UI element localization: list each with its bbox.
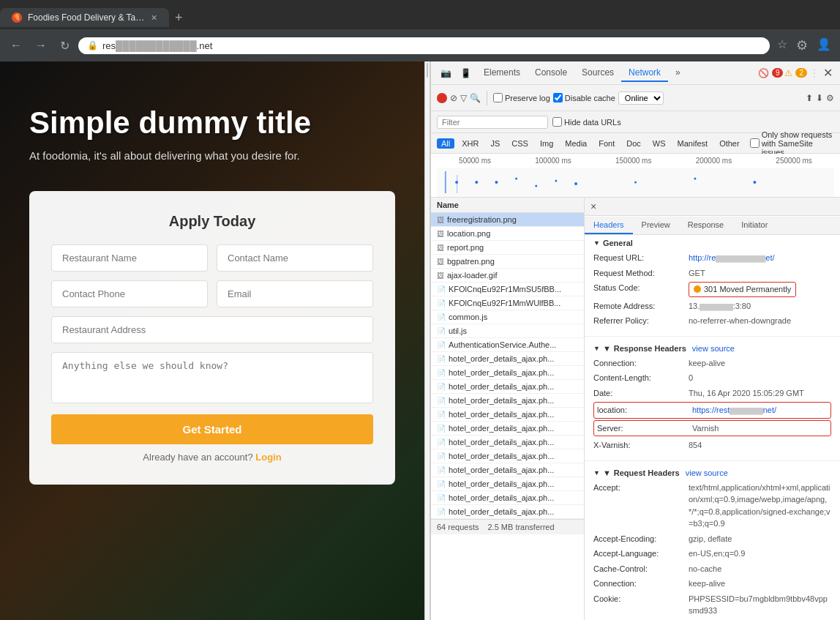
tab-close-button[interactable]: ✕ [151, 13, 157, 23]
type-btn-img[interactable]: Img [536, 138, 558, 149]
view-source-request-link[interactable]: view source [686, 468, 728, 477]
stop-button[interactable]: ⊘ [450, 93, 457, 103]
throttling-select[interactable]: Online [618, 91, 664, 105]
settings-button[interactable]: ⚙ [826, 93, 834, 103]
request-item-util-js[interactable]: 📄 util.js [431, 324, 584, 338]
request-item-common-js[interactable]: 📄 common.js [431, 310, 584, 324]
login-link[interactable]: Login [255, 452, 281, 463]
devtools-device-button[interactable]: 📱 [457, 66, 475, 81]
type-btn-ws[interactable]: WS [648, 138, 670, 149]
request-item-bgpatren[interactable]: 🖼 bgpatren.png [431, 255, 584, 269]
request-item-hotel2[interactable]: 📄 hotel_order_details_ajax.ph... [431, 366, 584, 380]
response-headers-section: ▼ Response Headers view source Connectio… [585, 340, 840, 457]
details-close-button[interactable]: × [590, 201, 596, 212]
preserve-log-check[interactable] [493, 93, 503, 102]
details-tab-initiator[interactable]: Initiator [732, 217, 776, 234]
type-btn-css[interactable]: CSS [507, 138, 533, 149]
svg-rect-11 [457, 175, 457, 193]
account-icon[interactable]: 👤 [814, 34, 834, 56]
address-bar[interactable]: 🔒 res████████████.net [78, 37, 770, 54]
network-content-area: Headers Name 🖼 freeregistration.png 🖼 lo… [431, 198, 840, 620]
back-button[interactable]: ← [6, 36, 26, 55]
type-btn-xhr[interactable]: XHR [457, 138, 483, 149]
request-item-hotel12[interactable]: 📄 hotel_order_details_ajax.ph... [431, 505, 584, 519]
request-item-hotel7[interactable]: 📄 hotel_order_details_ajax.ph... [431, 436, 584, 449]
req-icon-xhr1: 📄 [437, 355, 446, 363]
type-btn-other[interactable]: Other [715, 138, 744, 149]
request-item-kfol2[interactable]: 📄 KFOlCnqEu92Fr1MmWUlfBB... [431, 296, 584, 310]
req-cache-control-row: Cache-Control: no-cache [593, 561, 831, 577]
request-item-auth[interactable]: 📄 AuthenticationService.Authe... [431, 338, 584, 352]
type-btn-all[interactable]: All [437, 138, 454, 149]
search-icon[interactable]: 🔍 [470, 93, 481, 103]
type-btn-font[interactable]: Font [594, 138, 619, 149]
request-item-hotel6[interactable]: 📄 hotel_order_details_ajax.ph... [431, 422, 584, 436]
import-button[interactable]: ⬆ [806, 93, 813, 103]
preserve-log-checkbox[interactable]: Preserve log [493, 93, 550, 102]
response-server-row: Server: Varnish [593, 420, 831, 437]
type-btn-js[interactable]: JS [486, 138, 504, 149]
type-btn-media[interactable]: Media [560, 138, 591, 149]
request-item-freeregistration[interactable]: 🖼 freeregistration.png [431, 213, 584, 227]
req-icon-xhr3: 📄 [437, 383, 446, 391]
forward-button[interactable]: → [31, 36, 51, 55]
profile-icon[interactable]: ⚙ [793, 34, 811, 56]
req-accept-language-row: Accept-Language: en-US,en;q=0.9 [593, 546, 831, 561]
bookmark-icon[interactable]: ☆ [774, 34, 790, 56]
request-item-hotel11[interactable]: 📄 hotel_order_details_ajax.ph... [431, 491, 584, 505]
status-badge: 301 Moved Permanently [689, 282, 796, 297]
req-accept-language-label: Accept-Language: [593, 548, 689, 560]
contact-name-input[interactable] [217, 244, 373, 272]
restaurant-address-input[interactable] [51, 316, 373, 343]
active-tab[interactable]: 🍕 Foodies Food Delivery & Take O ✕ [0, 8, 169, 27]
samesite-check[interactable] [750, 138, 760, 148]
tab-more[interactable]: » [668, 64, 688, 82]
reload-button[interactable]: ↻ [56, 36, 74, 56]
get-started-button[interactable]: Get Started [51, 414, 373, 444]
hide-data-urls-label[interactable]: Hide data URLs [552, 117, 621, 127]
request-item-report[interactable]: 🖼 report.png [431, 241, 584, 255]
disable-cache-checkbox[interactable]: Disable cache [553, 93, 615, 102]
view-source-response-link[interactable]: view source [692, 344, 735, 353]
page-scrollbar[interactable] [424, 61, 430, 620]
filter-icon[interactable]: ▽ [460, 93, 467, 103]
request-item-location[interactable]: 🖼 location.png [431, 227, 584, 241]
tab-sources[interactable]: Sources [574, 64, 621, 82]
tab-elements[interactable]: Elements [476, 64, 528, 82]
export-button[interactable]: ⬇ [816, 93, 823, 103]
new-tab-button[interactable]: + [169, 10, 189, 26]
request-item-hotel9[interactable]: 📄 hotel_order_details_ajax.ph... [431, 463, 584, 477]
hero-subtitle: At foodomia, it's all about delivering w… [29, 149, 395, 162]
hide-data-urls-check[interactable] [552, 117, 562, 127]
request-item-kfol1[interactable]: 📄 KFOlCnqEu92Fr1MmSU5fBB... [431, 283, 584, 296]
devtools-inspect-button[interactable]: 📷 [437, 66, 455, 81]
req-accept-row: Accept: text/html,application/xhtml+xml,… [593, 480, 831, 531]
details-tab-preview[interactable]: Preview [633, 217, 679, 234]
notes-textarea[interactable] [51, 352, 373, 403]
request-item-hotel3[interactable]: 📄 hotel_order_details_ajax.ph... [431, 380, 584, 394]
devtools-close-button[interactable]: ✕ [822, 64, 834, 81]
svg-point-4 [535, 185, 537, 187]
request-item-hotel8[interactable]: 📄 hotel_order_details_ajax.ph... [431, 449, 584, 463]
record-button[interactable] [437, 93, 447, 103]
type-btn-doc[interactable]: Doc [622, 138, 645, 149]
error-icon: 🚫 [758, 68, 769, 78]
tab-network[interactable]: Network [621, 64, 668, 82]
details-tab-headers[interactable]: Headers [585, 217, 633, 234]
disable-cache-check[interactable] [553, 93, 563, 102]
request-item-ajax-loader[interactable]: 🖼 ajax-loader.gif [431, 269, 584, 283]
contact-phone-input[interactable] [51, 280, 208, 307]
tab-console[interactable]: Console [528, 64, 574, 82]
email-input[interactable] [217, 280, 373, 307]
request-item-hotel5[interactable]: 📄 hotel_order_details_ajax.ph... [431, 408, 584, 422]
restaurant-name-input[interactable] [51, 244, 208, 272]
details-tab-response[interactable]: Response [679, 217, 733, 234]
main-content: Simple dummy title At foodomia, it's all… [0, 61, 840, 620]
request-item-hotel4[interactable]: 📄 hotel_order_details_ajax.ph... [431, 394, 584, 408]
remote-address-row: Remote Address: 13.████████:3:80 [593, 299, 831, 314]
request-item-hotel1[interactable]: 📄 hotel_order_details_ajax.ph... [431, 352, 584, 366]
request-item-hotel10[interactable]: 📄 hotel_order_details_ajax.ph... [431, 477, 584, 491]
filter-input[interactable] [437, 116, 548, 129]
type-btn-manifest[interactable]: Manifest [673, 138, 713, 149]
samesite-label[interactable]: Only show requests with SameSite issues [750, 130, 834, 157]
